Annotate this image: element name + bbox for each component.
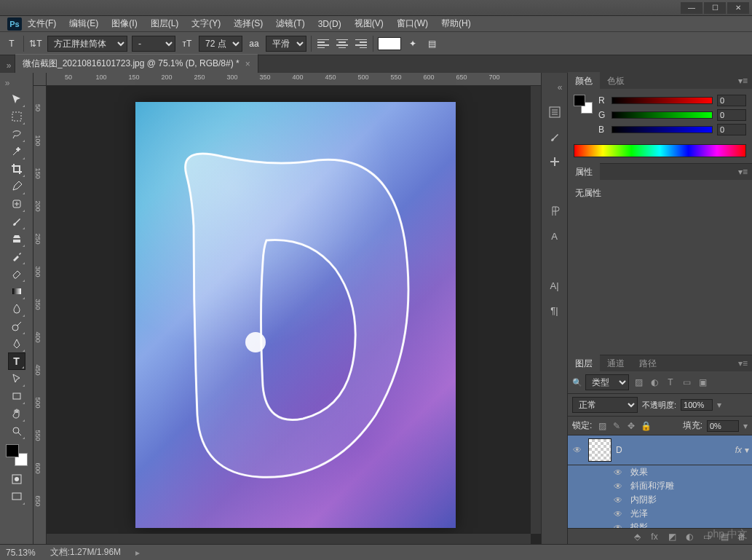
close-button[interactable]: ✕ xyxy=(727,2,749,14)
screen-mode-tool[interactable] xyxy=(8,488,25,505)
tab-paths[interactable]: 路径 xyxy=(632,355,664,373)
zoom-percentage[interactable]: 75.13% xyxy=(6,548,36,558)
g-value-input[interactable] xyxy=(717,109,746,121)
text-color-swatch[interactable] xyxy=(378,37,401,50)
foreground-color-swatch[interactable] xyxy=(6,444,19,457)
effect-inner-shadow-row[interactable]: 👁 内阴影 xyxy=(568,493,752,507)
clone-stamp-tool[interactable] xyxy=(8,230,25,248)
text-tool-preset-icon[interactable]: T xyxy=(4,36,19,51)
character-panel-icon[interactable]: A xyxy=(547,229,562,243)
panel-menu-icon[interactable]: ▾≡ xyxy=(734,167,752,177)
b-value-input[interactable] xyxy=(717,124,746,135)
trash-icon[interactable]: 🗑 xyxy=(736,531,748,543)
layer-mask-icon[interactable]: ◩ xyxy=(666,531,678,543)
history-brush-tool[interactable] xyxy=(8,248,25,265)
gradient-tool[interactable] xyxy=(8,283,25,300)
visibility-toggle-icon[interactable]: 👁 xyxy=(612,495,625,505)
b-slider[interactable] xyxy=(612,126,713,133)
menu-view[interactable]: 视图(V) xyxy=(349,16,389,31)
visibility-toggle-icon[interactable]: 👁 xyxy=(612,468,625,478)
styles-panel-icon[interactable]: A| xyxy=(547,278,562,293)
r-slider[interactable] xyxy=(612,97,713,104)
anti-alias-select[interactable]: 平滑 xyxy=(266,36,306,52)
document-tab[interactable]: 微信截图_20210816101723.jpg @ 75.1% (D, RGB/… xyxy=(15,54,258,73)
maximize-button[interactable]: ☐ xyxy=(704,2,726,14)
visibility-toggle-icon[interactable]: 👁 xyxy=(612,481,625,492)
color-spectrum[interactable] xyxy=(574,144,746,157)
lock-position-icon[interactable]: ✥ xyxy=(625,420,637,432)
r-value-input[interactable] xyxy=(717,95,746,106)
panel-menu-icon[interactable]: ▾≡ xyxy=(734,76,752,86)
lock-image-icon[interactable]: ✎ xyxy=(611,420,622,432)
fx-badge[interactable]: fx xyxy=(735,445,742,455)
align-center-button[interactable] xyxy=(335,37,349,50)
ruler-vertical[interactable]: 50 100 150 200 250 300 350 400 450 500 5… xyxy=(33,86,47,544)
menu-select[interactable]: 选择(S) xyxy=(228,16,269,31)
filter-pixel-icon[interactable]: ▨ xyxy=(632,376,645,388)
lasso-tool[interactable] xyxy=(8,125,25,143)
adjustment-layer-icon[interactable]: ◐ xyxy=(684,531,695,543)
dock-expand-icon[interactable]: « xyxy=(554,80,566,95)
filter-adjustment-icon[interactable]: ◐ xyxy=(648,376,661,388)
g-slider[interactable] xyxy=(612,111,713,119)
menu-type[interactable]: 文字(Y) xyxy=(186,16,226,31)
warp-text-icon[interactable]: ✦ xyxy=(405,36,420,51)
document-size[interactable]: 文档:1.27M/1.96M xyxy=(50,546,121,559)
history-panel-icon[interactable] xyxy=(547,105,562,119)
layer-thumbnail[interactable] xyxy=(588,438,612,462)
document-canvas[interactable] xyxy=(135,102,456,528)
layer-style-icon[interactable]: fx xyxy=(649,531,660,543)
menu-3d[interactable]: 3D(D) xyxy=(312,17,347,31)
minimize-button[interactable]: — xyxy=(681,2,702,14)
menu-edit[interactable]: 编辑(E) xyxy=(63,16,104,31)
menu-file[interactable]: 文件(F) xyxy=(22,16,62,31)
paragraph-panel-icon[interactable] xyxy=(547,204,562,218)
text-orientation-icon[interactable]: ⇅T xyxy=(28,36,43,51)
fill-input[interactable] xyxy=(707,420,739,432)
fg-color-swatch[interactable] xyxy=(574,95,585,106)
path-selection-tool[interactable] xyxy=(8,370,25,387)
menu-window[interactable]: 窗口(W) xyxy=(391,16,434,31)
blur-tool[interactable] xyxy=(8,300,25,318)
visibility-toggle-icon[interactable]: 👁 xyxy=(612,523,625,529)
type-tool[interactable]: T xyxy=(8,352,25,370)
layer-name[interactable]: D xyxy=(616,445,735,455)
rectangle-tool[interactable] xyxy=(8,387,25,405)
menu-layer[interactable]: 图层(L) xyxy=(145,16,185,31)
brush-panel-icon[interactable] xyxy=(547,130,562,144)
brush-tool[interactable] xyxy=(8,213,25,230)
effect-drop-shadow-row[interactable]: 👁 投影 xyxy=(568,521,752,528)
paragraph-styles-icon[interactable]: ¶| xyxy=(547,303,562,318)
pen-tool[interactable] xyxy=(8,335,25,352)
filter-smart-icon[interactable]: ▣ xyxy=(696,376,709,388)
blend-mode-select[interactable]: 正常 xyxy=(572,397,638,413)
effect-bevel-row[interactable]: 👁 斜面和浮雕 xyxy=(568,479,752,493)
marquee-tool[interactable] xyxy=(8,108,25,125)
scrollbar-vertical[interactable] xyxy=(531,86,541,534)
tab-layers[interactable]: 图层 xyxy=(568,355,600,373)
dodge-tool[interactable] xyxy=(8,318,25,335)
magic-wand-tool[interactable] xyxy=(8,143,25,160)
crop-tool[interactable] xyxy=(8,160,25,178)
menu-image[interactable]: 图像(I) xyxy=(106,16,143,31)
effect-satin-row[interactable]: 👁 光泽 xyxy=(568,507,752,521)
layer-row-d[interactable]: 👁 D fx ▾ xyxy=(568,435,752,465)
color-swatches[interactable] xyxy=(6,444,28,466)
scrollbar-horizontal[interactable] xyxy=(47,534,531,544)
lock-transparency-icon[interactable]: ▨ xyxy=(596,420,608,432)
effects-header-row[interactable]: 👁 效果 xyxy=(568,465,752,479)
hand-tool[interactable] xyxy=(8,405,25,422)
character-panel-icon[interactable]: ▤ xyxy=(424,36,439,51)
swatches-panel-icon[interactable] xyxy=(547,154,562,169)
new-layer-icon[interactable]: ▤ xyxy=(719,531,730,543)
tab-color[interactable]: 颜色 xyxy=(568,72,600,90)
healing-brush-tool[interactable] xyxy=(8,195,25,213)
ruler-horizontal[interactable]: 50 100 150 200 250 300 350 400 450 500 5… xyxy=(47,73,541,86)
menu-filter[interactable]: 滤镜(T) xyxy=(270,16,310,31)
close-tab-icon[interactable]: × xyxy=(245,59,250,69)
expand-tabs-icon[interactable]: » xyxy=(3,58,15,73)
quick-mask-tool[interactable] xyxy=(8,470,25,488)
lock-all-icon[interactable]: 🔒 xyxy=(640,420,652,432)
visibility-toggle-icon[interactable]: 👁 xyxy=(612,509,625,519)
align-right-button[interactable] xyxy=(354,37,368,50)
